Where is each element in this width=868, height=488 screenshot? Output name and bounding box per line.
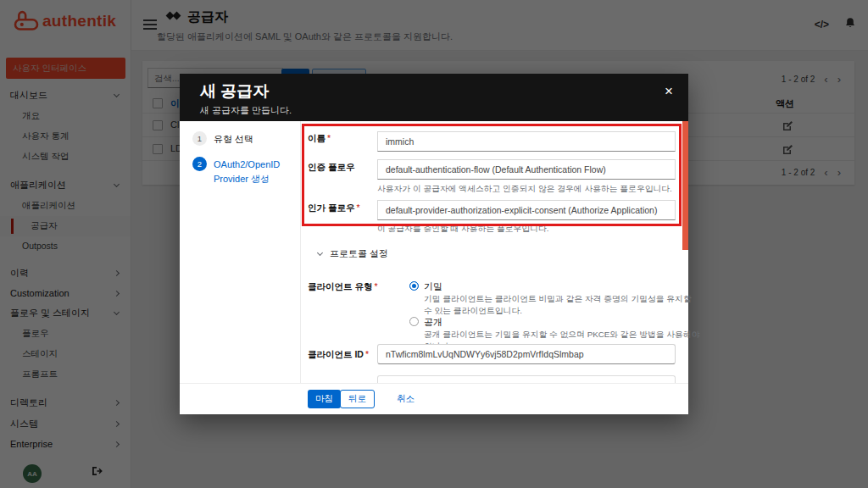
modal-footer: 마침 뒤로 취소 [180,383,688,414]
name-input[interactable] [377,131,676,152]
wizard-step-type-select[interactable]: 1 유형 선택 [192,132,292,147]
step-label: OAuth2/OpenID Provider 생성 [214,158,292,186]
authentication-flow-select[interactable]: default-authentication-flow (Default Aut… [377,159,676,180]
required-asterisk: * [365,349,369,359]
authorization-flow-label: 인가 플로우* [308,202,360,214]
client-type-label: 클라이언트 유형* [308,281,378,293]
authorization-flow-help: 이 공급자를 승인할 때 사용하는 플로우입니다. [377,223,674,235]
required-asterisk: * [327,133,331,143]
wizard-step-oauth2-provider[interactable]: 2 OAuth2/OpenID Provider 생성 [192,158,292,186]
modal-header: 새 공급자 새 공급자를 만듭니다. × [180,74,688,121]
authentication-flow-help: 사용자가 이 공급자에 액세스하고 인증되지 않은 경우에 사용하는 플로우입니… [377,183,674,195]
protocol-settings-label: 프로토콜 설정 [330,247,388,260]
back-button[interactable]: 뒤로 [340,390,375,408]
authentication-flow-label: 인증 플로우 [308,162,354,174]
modal-title: 새 공급자 [200,80,269,103]
name-label: 이름* [308,133,331,145]
client-type-public-label[interactable]: 공개 [424,316,442,329]
next-field-cutoff [377,375,676,383]
required-asterisk: * [356,202,359,213]
close-icon[interactable]: × [665,84,673,98]
protocol-settings-section-toggle[interactable]: 프로토콜 설정 [318,247,388,260]
wizard-steps: 1 유형 선택 2 OAuth2/OpenID Provider 생성 [180,121,301,383]
required-asterisk: * [374,281,377,291]
cancel-button[interactable]: 취소 [397,393,415,405]
client-id-input[interactable] [377,344,676,364]
step-number: 1 [192,131,207,146]
step-number: 2 [192,157,207,171]
authentik-admin-screen: authentik 사용자 인터페이스 대시보드 개요 사용자 통계 시스템 작… [0,0,868,488]
authorization-flow-select[interactable]: default-provider-authorization-explicit-… [377,200,676,220]
finish-button[interactable]: 마침 [308,390,341,408]
client-id-label: 클라이언트 ID* [308,349,369,361]
modal-subtitle: 새 공급자를 만듭니다. [200,104,292,117]
client-type-public-radio[interactable] [409,317,419,326]
new-provider-modal: 새 공급자 새 공급자를 만듭니다. × 1 유형 선택 2 OAuth2/Op… [180,74,688,414]
modal-scrollbar-thumb[interactable] [682,121,688,250]
chevron-down-icon [317,250,323,256]
client-type-confidential-radio[interactable] [409,281,419,291]
confidential-help: 기밀 클라이언트는 클라이언트 비밀과 같은 자격 증명의 기밀성을 유지할 수… [424,293,700,317]
client-type-confidential-label[interactable]: 기밀 [424,280,442,293]
step-label: 유형 선택 [214,132,253,147]
